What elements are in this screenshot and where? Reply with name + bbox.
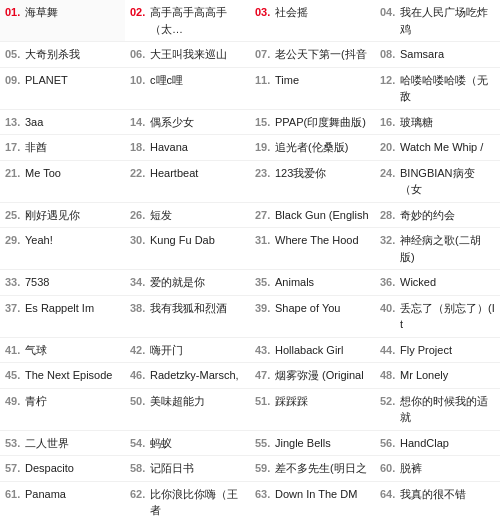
list-item[interactable]: 46.Radetzky-Marsch, [125,363,250,389]
item-title: 比你浪比你嗨（王者 [150,486,245,519]
item-number: 59. [255,460,273,477]
list-item[interactable]: 55.Jingle Bells [250,431,375,457]
list-item[interactable]: 40.丢忘了（别忘了）(It [375,296,500,338]
list-item[interactable]: 44.Fly Project [375,338,500,364]
list-item[interactable]: 14.偶系少女 [125,110,250,136]
list-item[interactable]: 64.我真的很不错 [375,482,500,521]
list-item[interactable]: 20.Watch Me Whip / [375,135,500,161]
list-item[interactable]: 50.美味超能力 [125,389,250,431]
list-item[interactable]: 52.想你的时候我的适就 [375,389,500,431]
list-item[interactable]: 51.踩踩踩 [250,389,375,431]
list-item[interactable]: 38.我有我狐和烈酒 [125,296,250,338]
list-item[interactable]: 01.海草舞 [0,0,125,42]
list-item[interactable]: 13.3aa [0,110,125,136]
list-item[interactable]: 59.差不多先生(明日之 [250,456,375,482]
list-item[interactable]: 43.Hollaback Girl [250,338,375,364]
item-number: 11. [255,72,273,89]
list-item[interactable]: 10.c哩c哩 [125,68,250,110]
list-item[interactable]: 47.烟雾弥漫 (Original [250,363,375,389]
list-item[interactable]: 49.青柠 [0,389,125,431]
item-title: Havana [150,139,245,156]
list-item[interactable]: 30.Kung Fu Dab [125,228,250,270]
item-title: 爱的就是你 [150,274,245,291]
item-number: 01. [5,4,23,21]
item-number: 29. [5,232,23,249]
list-item[interactable]: 29.Yeah! [0,228,125,270]
list-item[interactable]: 62.比你浪比你嗨（王者 [125,482,250,521]
item-title: 短发 [150,207,245,224]
item-title: Despacito [25,460,120,477]
list-item[interactable]: 53.二人世界 [0,431,125,457]
item-number: 57. [5,460,23,477]
item-number: 16. [380,114,398,131]
list-item[interactable]: 56.HandClap [375,431,500,457]
list-item[interactable]: 36.Wicked [375,270,500,296]
item-number: 41. [5,342,23,359]
list-item[interactable]: 07.老公天下第一(抖音 [250,42,375,68]
item-title: Heartbeat [150,165,245,182]
item-number: 34. [130,274,148,291]
list-item[interactable]: 17.非酋 [0,135,125,161]
item-number: 38. [130,300,148,317]
list-item[interactable]: 11.Time [250,68,375,110]
list-item[interactable]: 25.刚好遇见你 [0,203,125,229]
item-title: Yeah! [25,232,120,249]
list-item[interactable]: 09.PLANET [0,68,125,110]
list-item[interactable]: 24.BINGBIAN病变（女 [375,161,500,203]
list-item[interactable]: 41.气球 [0,338,125,364]
item-number: 04. [380,4,398,21]
item-number: 64. [380,486,398,503]
list-item[interactable]: 42.嗨开门 [125,338,250,364]
list-item[interactable]: 26.短发 [125,203,250,229]
list-item[interactable]: 60.脱裤 [375,456,500,482]
list-item[interactable]: 15.PPAP(印度舞曲版) [250,110,375,136]
list-item[interactable]: 18.Havana [125,135,250,161]
list-item[interactable]: 04.我在人民广场吃炸鸡 [375,0,500,42]
list-item[interactable]: 54.蚂蚁 [125,431,250,457]
list-item[interactable]: 27.Black Gun (English [250,203,375,229]
item-title: Animals [275,274,370,291]
list-item[interactable]: 34.爱的就是你 [125,270,250,296]
list-item[interactable]: 21.Me Too [0,161,125,203]
list-item[interactable]: 32.神经病之歌(二胡版) [375,228,500,270]
list-item[interactable]: 22.Heartbeat [125,161,250,203]
item-number: 40. [380,300,398,317]
item-title: Me Too [25,165,120,182]
item-number: 33. [5,274,23,291]
item-title: 美味超能力 [150,393,245,410]
list-item[interactable]: 31.Where The Hood [250,228,375,270]
chart-container: 01.海草舞02.高手高手高高手（太…03.社会摇04.我在人民广场吃炸鸡05.… [0,0,500,520]
item-title: Samsara [400,46,495,63]
list-item[interactable]: 45.The Next Episode [0,363,125,389]
item-title: Jingle Bells [275,435,370,452]
item-title: PPAP(印度舞曲版) [275,114,370,131]
item-title: The Next Episode [25,367,120,384]
list-item[interactable]: 48.Mr Lonely [375,363,500,389]
item-title: 丢忘了（别忘了）(It [400,300,495,333]
list-item[interactable]: 23.123我爱你 [250,161,375,203]
list-item[interactable]: 61.Panama [0,482,125,521]
list-item[interactable]: 28.奇妙的约会 [375,203,500,229]
item-title: 海草舞 [25,4,120,21]
item-number: 30. [130,232,148,249]
list-item[interactable]: 35.Animals [250,270,375,296]
list-item[interactable]: 37.Es Rappelt Im [0,296,125,338]
item-number: 39. [255,300,273,317]
list-item[interactable]: 16.玻璃糖 [375,110,500,136]
list-item[interactable]: 19.追光者(伦桑版) [250,135,375,161]
list-item[interactable]: 06.大王叫我来巡山 [125,42,250,68]
list-item[interactable]: 12.哈喽哈喽哈喽（无敌 [375,68,500,110]
item-title: Watch Me Whip / [400,139,495,156]
list-item[interactable]: 03.社会摇 [250,0,375,42]
list-item[interactable]: 05.大奇别杀我 [0,42,125,68]
list-item[interactable]: 08.Samsara [375,42,500,68]
list-item[interactable]: 58.记陌日书 [125,456,250,482]
list-item[interactable]: 02.高手高手高高手（太… [125,0,250,42]
item-number: 50. [130,393,148,410]
list-item[interactable]: 63.Down In The DM [250,482,375,521]
list-item[interactable]: 39.Shape of You [250,296,375,338]
item-title: 嗨开门 [150,342,245,359]
list-item[interactable]: 33.7538 [0,270,125,296]
list-item[interactable]: 57.Despacito [0,456,125,482]
item-number: 03. [255,4,273,21]
